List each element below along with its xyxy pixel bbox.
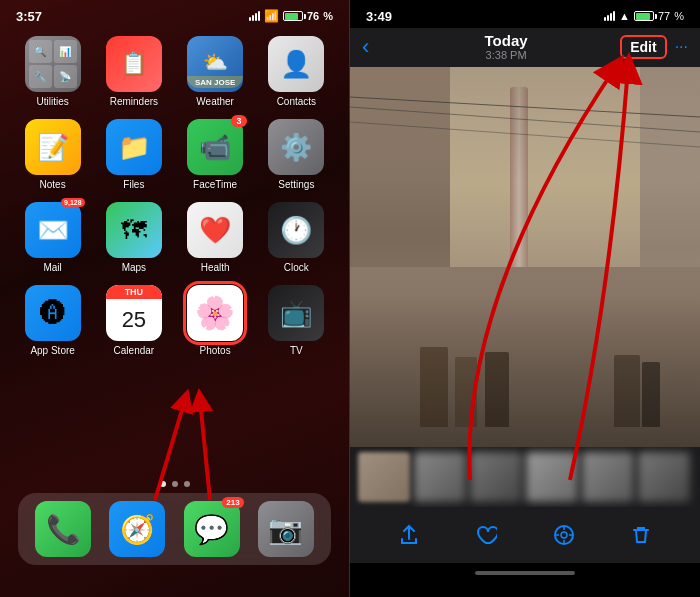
app-item-health[interactable]: ❤️ Health xyxy=(181,202,250,273)
dot-1 xyxy=(160,481,166,487)
settings-icon: ⚙️ xyxy=(268,119,324,175)
right-battery-pct: 77 xyxy=(658,10,670,22)
left-time: 3:57 xyxy=(16,9,42,24)
nav-title: Today 3:38 PM xyxy=(392,32,620,61)
battery-icon xyxy=(283,11,303,21)
settings-label: Settings xyxy=(278,179,314,190)
maps-icon: 🗺 xyxy=(106,202,162,258)
thumb-6 xyxy=(638,452,690,502)
thumb-1 xyxy=(358,452,410,502)
calendar-date: 25 xyxy=(122,299,146,341)
clock-label: Clock xyxy=(284,262,309,273)
edit-button[interactable]: Edit xyxy=(620,35,666,59)
tv-label: TV xyxy=(290,345,303,356)
app-item-maps[interactable]: 🗺 Maps xyxy=(99,202,168,273)
appstore-label: App Store xyxy=(30,345,74,356)
dock: 📞 🧭 💬 213 📷 xyxy=(18,493,331,565)
heart-icon xyxy=(475,524,497,546)
share-button[interactable] xyxy=(391,517,427,553)
app-item-files[interactable]: 📁 Files xyxy=(99,119,168,190)
thumb-2 xyxy=(414,452,466,502)
thumb-4 xyxy=(526,452,578,502)
photos-label: Photos xyxy=(200,345,231,356)
adjust-button[interactable] xyxy=(546,517,582,553)
share-icon xyxy=(398,524,420,546)
utilities-icon: 🔍 📊 🔧 📡 xyxy=(25,36,81,92)
notes-icon: 📝 xyxy=(25,119,81,175)
app-item-calendar[interactable]: THU 25 Calendar xyxy=(99,285,168,356)
reminders-icon: 📋 xyxy=(106,36,162,92)
health-label: Health xyxy=(201,262,230,273)
app-item-contacts[interactable]: 👤 Contacts xyxy=(262,36,331,107)
thumbnail-strip xyxy=(350,447,700,507)
battery-pct: 76 xyxy=(307,10,319,22)
nav-bar: ‹ Today 3:38 PM Edit ··· xyxy=(350,28,700,67)
left-status-icons: 📶 76% xyxy=(249,9,333,23)
files-icon: 📁 xyxy=(106,119,162,175)
contacts-label: Contacts xyxy=(277,96,316,107)
nav-back-button[interactable]: ‹ xyxy=(362,34,392,60)
nav-right-buttons: Edit ··· xyxy=(620,35,688,59)
right-status-bar: 3:49 ▲ 77% xyxy=(350,0,700,28)
facetime-badge: 3 xyxy=(231,115,247,127)
trash-button[interactable] xyxy=(623,517,659,553)
util-cell: 📡 xyxy=(54,65,77,88)
dot-2 xyxy=(172,481,178,487)
util-cell: 🔍 xyxy=(29,40,52,63)
calendar-day: THU xyxy=(106,285,162,299)
calendar-label: Calendar xyxy=(114,345,155,356)
photo-overlay xyxy=(350,67,700,447)
app-item-facetime[interactable]: 📹 3 FaceTime xyxy=(181,119,250,190)
utilities-grid-icon: 🔍 📊 🔧 📡 xyxy=(25,36,81,92)
weather-label: Weather xyxy=(196,96,234,107)
photos-icon: 🌸 xyxy=(187,285,243,341)
calendar-icon-inner: THU 25 xyxy=(106,285,162,341)
right-status-icons: ▲ 77% xyxy=(604,10,684,22)
dock-safari[interactable]: 🧭 xyxy=(109,501,165,557)
app-item-tv[interactable]: 📺 TV xyxy=(262,285,331,356)
app-item-reminders[interactable]: 📋 Reminders xyxy=(99,36,168,107)
app-item-clock[interactable]: 🕐 Clock xyxy=(262,202,331,273)
more-button[interactable]: ··· xyxy=(675,38,688,56)
dock-phone[interactable]: 📞 xyxy=(35,501,91,557)
phone-right-panel: 3:49 ▲ 77% ‹ Today 3:38 PM Edit ··· xyxy=(350,0,700,597)
app-item-appstore[interactable]: 🅐 App Store xyxy=(18,285,87,356)
right-wifi-icon: ▲ xyxy=(619,10,630,22)
dock-camera[interactable]: 📷 xyxy=(258,501,314,557)
dock-messages[interactable]: 💬 213 xyxy=(184,501,240,557)
mail-label: Mail xyxy=(43,262,61,273)
app-item-weather[interactable]: ⛅ SAN JOSE Weather xyxy=(181,36,250,107)
app-item-mail[interactable]: ✉️ 9,128 Mail xyxy=(18,202,87,273)
facetime-label: FaceTime xyxy=(193,179,237,190)
files-label: Files xyxy=(123,179,144,190)
home-indicator xyxy=(350,563,700,583)
trash-icon xyxy=(630,524,652,546)
home-bar xyxy=(475,571,575,575)
signal-icon xyxy=(249,11,260,21)
thumb-3 xyxy=(470,452,522,502)
svg-point-7 xyxy=(561,532,567,538)
messages-badge: 213 xyxy=(222,497,243,508)
notes-label: Notes xyxy=(40,179,66,190)
calendar-icon: THU 25 xyxy=(106,285,162,341)
appstore-icon: 🅐 xyxy=(25,285,81,341)
health-icon: ❤️ xyxy=(187,202,243,258)
thumb-5 xyxy=(582,452,634,502)
heart-button[interactable] xyxy=(468,517,504,553)
tv-icon: 📺 xyxy=(268,285,324,341)
app-item-utilities[interactable]: 🔍 📊 🔧 📡 Utilities xyxy=(18,36,87,107)
app-grid: 🔍 📊 🔧 📡 Utilities 📋 Reminders ⛅ SAN JOSE xyxy=(0,28,349,364)
wifi-icon: 📶 xyxy=(264,9,279,23)
app-item-photos[interactable]: 🌸 Photos xyxy=(181,285,250,356)
right-battery-icon xyxy=(634,11,654,21)
weather-icon: ⛅ SAN JOSE xyxy=(187,36,243,92)
facetime-icon: 📹 3 xyxy=(187,119,243,175)
mail-badge: 9,128 xyxy=(61,198,85,207)
reminders-label: Reminders xyxy=(110,96,158,107)
maps-label: Maps xyxy=(122,262,146,273)
page-dots xyxy=(0,481,349,487)
app-item-notes[interactable]: 📝 Notes xyxy=(18,119,87,190)
left-status-bar: 3:57 📶 76% xyxy=(0,0,349,28)
contacts-icon: 👤 xyxy=(268,36,324,92)
app-item-settings[interactable]: ⚙️ Settings xyxy=(262,119,331,190)
